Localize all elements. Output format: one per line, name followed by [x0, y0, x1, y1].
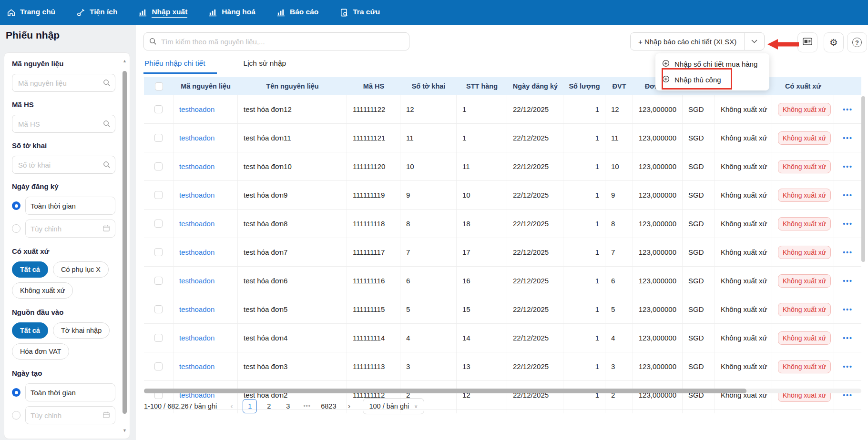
row-actions-icon[interactable]: ••• — [843, 163, 853, 170]
scroll-up-icon[interactable]: ▲ — [122, 59, 127, 63]
declaration-no-input[interactable] — [12, 156, 115, 174]
row-checkbox[interactable] — [154, 162, 163, 170]
cell-unit-price: 123,000000 — [633, 181, 683, 209]
row-checkbox[interactable] — [154, 134, 163, 142]
col-header-register-date: Ngày đăng ký — [507, 77, 563, 95]
created-date-custom-radio[interactable] — [12, 411, 20, 420]
settings-button[interactable]: ⚙ — [824, 32, 844, 52]
page-size-select[interactable]: 100 / bản ghi ∨ — [363, 398, 424, 414]
row-actions-icon[interactable]: ••• — [843, 134, 853, 142]
column-layout-button[interactable] — [797, 32, 817, 52]
material-code-link[interactable]: testhoadon — [179, 334, 214, 342]
material-code-link[interactable]: testhoadon — [179, 305, 214, 313]
row-actions-icon[interactable]: ••• — [843, 363, 853, 370]
source-pill-vat-invoice[interactable]: Hóa đơn VAT — [12, 343, 69, 360]
tab-import-history[interactable]: Lịch sử nhập — [244, 59, 286, 74]
created-date-all-time-option[interactable]: Toàn thời gian — [25, 383, 115, 401]
page-ellipsis[interactable]: ••• — [300, 399, 314, 413]
nav-item-reports[interactable]: Báo cáo — [276, 0, 318, 25]
help-button[interactable]: ? — [847, 32, 867, 52]
cell-unit-price: 123,000000 — [633, 238, 683, 266]
row-actions-icon[interactable]: ••• — [843, 106, 853, 113]
nav-item-label: Trang chủ — [20, 8, 55, 17]
cell-hs-code: 111111122 — [347, 95, 400, 123]
chevron-down-icon[interactable] — [744, 33, 764, 50]
material-code-link[interactable]: testhoadon — [179, 134, 214, 142]
table-search-input[interactable] — [143, 32, 409, 50]
question-icon: ? — [852, 38, 862, 47]
bar-chart-icon — [276, 8, 286, 17]
row-checkbox[interactable] — [154, 191, 163, 199]
cell-material-name: test hóa đơn4 — [238, 324, 347, 352]
row-checkbox[interactable] — [154, 334, 163, 342]
register-date-custom-option[interactable]: Tùy chỉnh — [25, 220, 115, 238]
origin-pill-no-origin[interactable]: Không xuất xứ — [12, 282, 73, 299]
page-number-3[interactable]: 3 — [281, 399, 295, 413]
origin-status-badge: Không xuất xứ — [778, 274, 831, 288]
nav-item-import-export[interactable]: Nhập xuất — [138, 0, 187, 25]
row-actions-icon[interactable]: ••• — [843, 249, 853, 256]
register-date-all-time-option[interactable]: Toàn thời gian — [25, 197, 115, 215]
row-actions-icon[interactable]: ••• — [843, 334, 853, 342]
material-code-link[interactable]: testhoadon — [179, 362, 214, 370]
row-checkbox[interactable] — [154, 105, 163, 113]
origin-pill-appendix-x[interactable]: Có phụ lục X — [53, 261, 109, 278]
menu-item-manual-entry[interactable]: Nhập thủ công — [655, 72, 769, 88]
select-all-checkbox[interactable] — [155, 82, 163, 90]
nav-item-goods[interactable]: Hàng hoá — [208, 0, 255, 25]
page-number-2[interactable]: 2 — [262, 399, 276, 413]
material-code-link[interactable]: testhoadon — [179, 220, 214, 228]
origin-status-badge: Không xuất xứ — [778, 217, 831, 230]
source-pill-all[interactable]: Tất cả — [12, 322, 48, 339]
filter-label-declaration-no: Số tờ khai — [12, 141, 115, 151]
cell-register-date: 22/12/2025 — [507, 124, 563, 152]
register-date-custom-radio[interactable] — [12, 224, 20, 233]
row-checkbox[interactable] — [154, 248, 163, 256]
table-row: testhoadon test hóa đơn12 111111122 12 1… — [144, 95, 861, 124]
row-actions-icon[interactable]: ••• — [843, 220, 853, 228]
cell-unit-price: 123,000000 — [633, 152, 683, 180]
hscrollbar-thumb[interactable] — [144, 389, 746, 393]
sidebar-scrollbar[interactable]: ▲ ▼ — [122, 59, 127, 433]
material-code-link[interactable]: testhoadon — [179, 191, 214, 199]
col-header-actions — [834, 77, 861, 95]
row-actions-icon[interactable]: ••• — [843, 277, 853, 285]
cell-quantity: 1 — [563, 267, 605, 295]
origin-pill-all[interactable]: Tất cả — [12, 261, 48, 278]
row-actions-icon[interactable]: ••• — [843, 306, 853, 313]
row-checkbox[interactable] — [154, 220, 163, 228]
created-date-all-time-radio[interactable] — [12, 388, 20, 397]
row-checkbox[interactable] — [154, 277, 163, 285]
hs-code-input[interactable] — [12, 115, 115, 133]
prev-page-icon[interactable]: ‹ — [225, 402, 238, 410]
row-checkbox[interactable] — [154, 305, 163, 313]
register-date-all-time-radio[interactable] — [12, 201, 20, 210]
material-code-link[interactable]: testhoadon — [179, 277, 214, 285]
page-number-last[interactable]: 6823 — [319, 399, 338, 413]
scrollbar-thumb[interactable] — [123, 71, 127, 414]
nav-item-lookup[interactable]: Tra cứu — [339, 0, 380, 25]
cell-unit: 4 — [605, 324, 633, 352]
vscrollbar-thumb[interactable] — [861, 96, 865, 262]
created-date-custom-option[interactable]: Tùy chỉnh — [25, 406, 115, 424]
next-page-icon[interactable]: › — [343, 402, 355, 410]
material-code-link[interactable]: testhoadon — [179, 162, 214, 170]
tab-import-detail[interactable]: Phiếu nhập chi tiết — [143, 59, 217, 74]
row-checkbox[interactable] — [154, 362, 163, 370]
vertical-scrollbar[interactable] — [861, 95, 865, 407]
horizontal-scrollbar[interactable] — [144, 389, 861, 393]
nav-item-utilities[interactable]: Tiện ích — [76, 0, 117, 25]
search-icon — [102, 79, 111, 89]
page-number-1[interactable]: 1 — [243, 399, 257, 413]
row-actions-icon[interactable]: ••• — [843, 191, 853, 199]
cell-origin-source: Không xuất xứ — [715, 267, 772, 295]
source-pill-import-declaration[interactable]: Tờ khai nhập — [53, 322, 110, 339]
material-code-link[interactable]: testhoadon — [179, 248, 214, 256]
cell-hs-code: 111111113 — [347, 352, 400, 380]
import-report-button[interactable]: + Nhập báo cáo chi tiết (XLSX) — [630, 32, 765, 50]
scroll-down-icon[interactable]: ▼ — [122, 428, 127, 433]
material-code-input[interactable] — [12, 74, 115, 92]
menu-item-import-purchase-book[interactable]: Nhập sổ chi tiết mua hàng — [655, 56, 769, 72]
material-code-link[interactable]: testhoadon — [179, 105, 214, 113]
nav-item-home[interactable]: Trang chủ — [7, 0, 55, 25]
